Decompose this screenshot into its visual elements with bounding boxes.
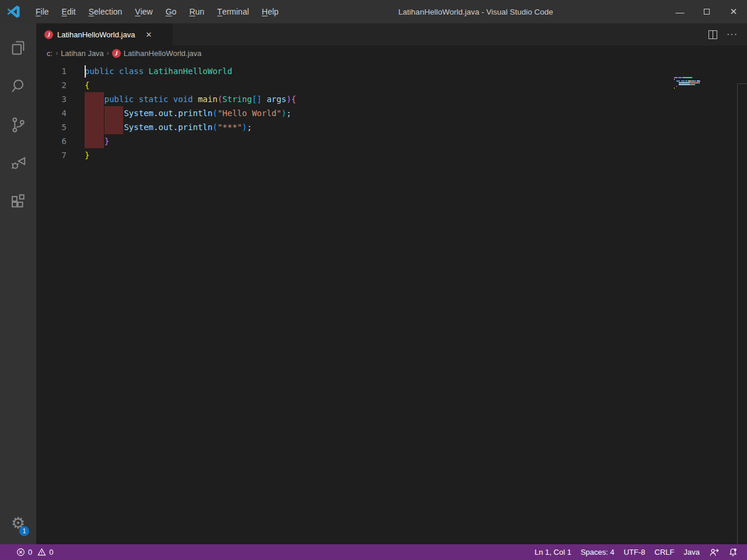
window-controls: — ✕ [666, 0, 747, 23]
code-editor[interactable]: 1234567 public class LatihanHelloWorld{ … [36, 61, 747, 544]
breadcrumb-separator-icon: › [107, 49, 109, 57]
code-line-3[interactable]: public static void main(String[] args){ [85, 92, 296, 106]
menu-selection[interactable]: Selection [82, 0, 129, 23]
status-eol-sequence[interactable]: CRLF [650, 544, 679, 560]
overlay-panel-border-top [737, 83, 747, 84]
warning-icon [37, 548, 46, 556]
line-number-5[interactable]: 5 [36, 120, 67, 134]
status-cursor-position[interactable]: Ln 1, Col 1 [530, 544, 576, 560]
line-number-3[interactable]: 3 [36, 92, 67, 106]
menu-help[interactable]: Help [256, 0, 285, 23]
code-line-7[interactable]: } [85, 148, 89, 162]
maximize-icon [704, 9, 710, 15]
code-line-6[interactable]: } [85, 134, 109, 148]
settings-gear-button[interactable]: ⚙ 1 [0, 507, 36, 540]
source-control-icon[interactable] [0, 107, 36, 142]
vscode-logo-icon [6, 4, 21, 19]
status-bar-right: Ln 1, Col 1Spaces: 4UTF-8CRLFJava [530, 544, 742, 560]
overlay-panel-border-vertical [737, 83, 738, 544]
extensions-icon[interactable] [0, 184, 36, 219]
explorer-icon[interactable] [0, 30, 36, 65]
line-number-2[interactable]: 2 [36, 78, 67, 92]
breadcrumb-separator-icon: › [55, 49, 58, 57]
menu-terminal[interactable]: Terminal [211, 0, 255, 23]
breadcrumb-segment[interactable]: c: [47, 49, 53, 58]
window-title: LatihanHelloWorld.java - Visual Studio C… [285, 8, 666, 16]
title-bar: FileEditSelectionViewGoRunTerminalHelp L… [0, 0, 747, 23]
status-language-mode[interactable]: Java [679, 544, 704, 560]
menu-run[interactable]: Run [183, 0, 211, 23]
editor-actions: ··· [708, 23, 747, 46]
tab-label: LatihanHelloWorld.java [57, 30, 135, 39]
tab-bar: J LatihanHelloWorld.java ✕ ··· [36, 23, 747, 46]
breadcrumb-segment[interactable]: Latihan Java [61, 49, 104, 58]
line-number-7[interactable]: 7 [36, 148, 67, 162]
menu-view[interactable]: View [128, 0, 159, 23]
text-cursor [85, 65, 86, 78]
menu-file[interactable]: File [29, 0, 55, 23]
problems-indicator[interactable]: 0 0 [12, 544, 58, 560]
minimap[interactable] [674, 76, 700, 89]
code-line-1[interactable]: public class LatihanHelloWorld [85, 64, 232, 78]
code-line-2[interactable]: { [85, 78, 89, 92]
code-line-5[interactable]: System.out.println("***"); [85, 120, 252, 134]
search-icon[interactable] [0, 69, 36, 104]
menu-edit[interactable]: Edit [55, 0, 82, 23]
breadcrumb-segment[interactable]: JLatihanHelloWorld.java [112, 49, 201, 58]
feedback-person-icon[interactable] [704, 544, 724, 560]
more-actions-icon[interactable]: ··· [727, 29, 738, 40]
status-indentation[interactable]: Spaces: 4 [576, 544, 619, 560]
activity-bar: ⚙ 1 [0, 23, 36, 544]
line-number-6[interactable]: 6 [36, 134, 67, 148]
error-count: 0 [28, 548, 32, 556]
minimize-button[interactable]: — [666, 0, 693, 23]
maximize-button[interactable] [693, 0, 720, 23]
menu-go[interactable]: Go [159, 0, 183, 23]
line-number-4[interactable]: 4 [36, 106, 67, 120]
status-encoding[interactable]: UTF-8 [619, 544, 650, 560]
tab-latihanhelloworld[interactable]: J LatihanHelloWorld.java ✕ [36, 23, 173, 46]
line-number-1[interactable]: 1 [36, 64, 67, 78]
close-button[interactable]: ✕ [720, 0, 747, 23]
split-editor-icon[interactable] [708, 30, 717, 39]
breadcrumb: c:›Latihan Java›JLatihanHelloWorld.java [47, 46, 201, 61]
warning-count: 0 [49, 548, 53, 556]
run-and-debug-icon[interactable] [0, 146, 36, 181]
error-icon [16, 548, 25, 556]
code-line-4[interactable]: System.out.println("Hello World"); [85, 106, 291, 120]
java-file-icon: J [112, 49, 121, 58]
tab-close-icon[interactable]: ✕ [144, 30, 153, 40]
notifications-bell-icon[interactable] [724, 544, 742, 560]
menu-bar: FileEditSelectionViewGoRunTerminalHelp [29, 0, 285, 23]
status-bar: 0 0 Ln 1, Col 1Spaces: 4UTF-8CRLFJava [0, 544, 747, 560]
settings-badge: 1 [19, 526, 29, 536]
java-file-icon: J [44, 30, 53, 39]
editor-area: J LatihanHelloWorld.java ✕ ··· c:›Latiha… [36, 23, 747, 544]
